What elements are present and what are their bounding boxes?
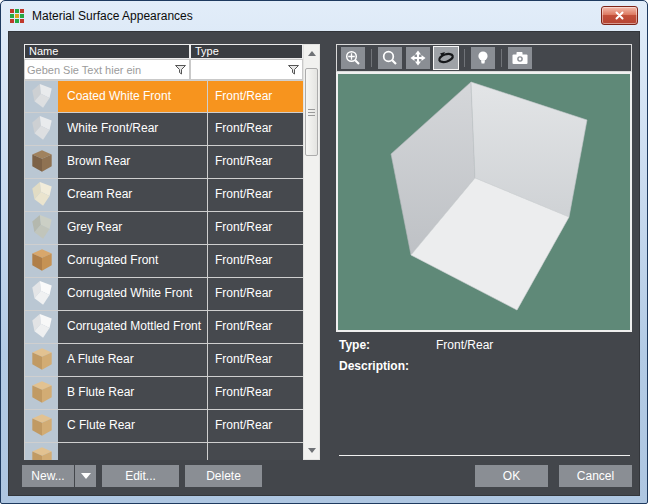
material-name: A Flute Rear: [58, 344, 207, 376]
material-thumbnail: [25, 311, 58, 343]
box-icon: [29, 280, 55, 308]
material-name: [58, 443, 207, 460]
column-header-name[interactable]: Name: [24, 44, 190, 59]
materials-rows: Coated White FrontFront/RearWhite Front/…: [24, 80, 320, 460]
material-name: Corrugated White Front: [58, 278, 207, 310]
preview-toolbar: [336, 44, 632, 72]
preview-3d-viewport[interactable]: [336, 72, 632, 332]
material-name: Grey Rear: [58, 212, 207, 244]
box-icon: [29, 247, 55, 275]
app-icon: [10, 9, 25, 24]
material-thumbnail: [25, 81, 58, 112]
zoom-icon: [382, 50, 398, 66]
box-icon: [29, 181, 55, 209]
light-icon: [476, 50, 490, 66]
list-scrollbar[interactable]: [303, 44, 320, 460]
type-filter-input[interactable]: [193, 64, 288, 76]
material-thumbnail: [25, 179, 58, 211]
table-row[interactable]: B Flute RearFront/Rear: [24, 377, 320, 410]
scrollbar-thumb[interactable]: [305, 68, 318, 156]
material-name: Corrugated Front: [58, 245, 207, 277]
table-row[interactable]: Corrugated FrontFront/Rear: [24, 245, 320, 278]
ok-button[interactable]: OK: [475, 465, 548, 487]
box-icon: [29, 346, 55, 374]
material-thumbnail: [25, 146, 58, 178]
table-row[interactable]: A Flute RearFront/Rear: [24, 344, 320, 377]
type-label: Type:: [339, 338, 436, 352]
pan-button[interactable]: [406, 47, 430, 69]
material-thumbnail: [25, 344, 58, 376]
table-row[interactable]: Brown RearFront/Rear: [24, 146, 320, 179]
name-filter-input[interactable]: [27, 64, 175, 76]
chevron-down-icon: [81, 473, 91, 479]
table-row[interactable]: C Flute RearFront/Rear: [24, 410, 320, 443]
table-row[interactable]: Cream RearFront/Rear: [24, 179, 320, 212]
box-icon: [29, 445, 55, 460]
toolbar-separator: [501, 49, 502, 67]
window-title: Material Surface Appearances: [32, 9, 193, 23]
camera-icon: [511, 51, 529, 65]
material-name: Brown Rear: [58, 146, 207, 178]
material-thumbnail: [25, 278, 58, 310]
filter-funnel-icon[interactable]: [288, 65, 299, 75]
box-icon: [29, 83, 55, 111]
type-value: Front/Rear: [436, 338, 493, 352]
table-row[interactable]: Grey RearFront/Rear: [24, 212, 320, 245]
orbit-button[interactable]: [434, 47, 458, 69]
name-filter: [24, 59, 190, 80]
material-name: Corrugated Mottled Front: [58, 311, 207, 343]
filter-row: [24, 59, 320, 80]
scroll-up-button[interactable]: [304, 46, 319, 61]
pan-icon: [410, 50, 426, 66]
column-header-type[interactable]: Type: [190, 44, 303, 59]
zoom-extents-button[interactable]: [341, 47, 365, 69]
toolbar-separator: [371, 49, 372, 67]
material-name: B Flute Rear: [58, 377, 207, 409]
zoom-extents-icon: [345, 50, 361, 66]
list-header: Name Type: [24, 44, 320, 59]
camera-button[interactable]: [508, 47, 532, 69]
table-row[interactable]: Corrugated White FrontFront/Rear: [24, 278, 320, 311]
new-button[interactable]: New...: [22, 465, 74, 487]
material-name: Cream Rear: [58, 179, 207, 211]
material-thumbnail: [25, 443, 58, 460]
box-icon: [29, 115, 55, 143]
material-thumbnail: [25, 410, 58, 442]
box-icon: [29, 214, 55, 242]
footer-separator: [339, 455, 630, 456]
cancel-button[interactable]: Cancel: [559, 465, 632, 487]
material-meta: Type:Front/Rear Description:: [339, 338, 493, 380]
material-thumbnail: [25, 113, 58, 145]
material-name: C Flute Rear: [58, 410, 207, 442]
triangle-up-icon: [308, 51, 316, 56]
material-thumbnail: [25, 212, 58, 244]
table-row[interactable]: Coated White FrontFront/Rear: [24, 80, 320, 113]
toolbar-separator: [464, 49, 465, 67]
zoom-button[interactable]: [378, 47, 402, 69]
material-thumbnail: [25, 377, 58, 409]
close-button[interactable]: [601, 6, 638, 25]
filter-funnel-icon[interactable]: [175, 65, 186, 75]
new-dropdown-button[interactable]: [75, 465, 96, 487]
edit-button[interactable]: Edit...: [102, 465, 179, 487]
type-filter: [190, 59, 303, 80]
box-icon: [29, 148, 55, 176]
material-name: Coated White Front: [58, 81, 207, 112]
box-icon: [29, 412, 55, 440]
orbit-icon: [437, 50, 455, 66]
table-row[interactable]: White Front/RearFront/Rear: [24, 113, 320, 146]
open-box-render: [338, 74, 630, 330]
scroll-down-button[interactable]: [304, 443, 319, 458]
close-icon: [615, 11, 624, 20]
description-label: Description:: [339, 359, 436, 373]
material-thumbnail: [25, 245, 58, 277]
delete-button[interactable]: Delete: [185, 465, 262, 487]
box-icon: [29, 313, 55, 341]
light-button[interactable]: [471, 47, 495, 69]
table-row[interactable]: Corrugated Mottled FrontFront/Rear: [24, 311, 320, 344]
triangle-down-icon: [308, 448, 316, 453]
box-icon: [29, 379, 55, 407]
dialog-window: Material Surface Appearances Name Type: [0, 0, 648, 504]
material-name: White Front/Rear: [58, 113, 207, 145]
table-row[interactable]: [24, 443, 320, 460]
